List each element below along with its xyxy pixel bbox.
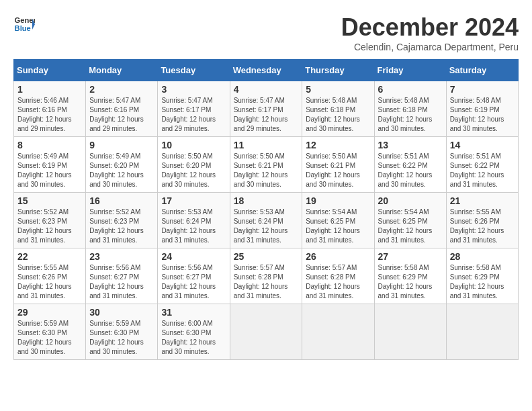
- calendar-week-3: 15Sunrise: 5:52 AM Sunset: 6:23 PM Dayli…: [14, 193, 519, 248]
- day-info: Sunrise: 5:49 AM Sunset: 6:20 PM Dayligh…: [89, 152, 154, 189]
- calendar-cell: 19Sunrise: 5:54 AM Sunset: 6:25 PM Dayli…: [302, 193, 374, 248]
- day-number: 15: [17, 195, 82, 206]
- logo-icon: General Blue: [13, 13, 35, 35]
- column-header-thursday: Thursday: [302, 60, 374, 81]
- calendar-cell: 11Sunrise: 5:50 AM Sunset: 6:21 PM Dayli…: [230, 137, 302, 193]
- day-info: Sunrise: 5:48 AM Sunset: 6:18 PM Dayligh…: [378, 96, 443, 134]
- day-info: Sunrise: 5:47 AM Sunset: 6:17 PM Dayligh…: [161, 96, 226, 134]
- day-info: Sunrise: 5:53 AM Sunset: 6:24 PM Dayligh…: [234, 208, 299, 245]
- column-header-wednesday: Wednesday: [230, 60, 302, 81]
- day-number: 5: [306, 84, 370, 95]
- day-info: Sunrise: 6:00 AM Sunset: 6:30 PM Dayligh…: [161, 319, 226, 357]
- day-info: Sunrise: 5:50 AM Sunset: 6:21 PM Dayligh…: [306, 152, 370, 189]
- day-info: Sunrise: 5:52 AM Sunset: 6:23 PM Dayligh…: [17, 208, 82, 245]
- calendar-cell: 10Sunrise: 5:50 AM Sunset: 6:20 PM Dayli…: [158, 137, 230, 193]
- day-number: 21: [450, 195, 515, 206]
- day-info: Sunrise: 5:48 AM Sunset: 6:19 PM Dayligh…: [450, 96, 515, 134]
- calendar-week-2: 8Sunrise: 5:49 AM Sunset: 6:19 PM Daylig…: [14, 137, 519, 193]
- day-info: Sunrise: 5:50 AM Sunset: 6:21 PM Dayligh…: [234, 152, 299, 189]
- day-number: 30: [89, 307, 154, 318]
- calendar-cell: 24Sunrise: 5:56 AM Sunset: 6:27 PM Dayli…: [158, 248, 230, 304]
- svg-text:General: General: [15, 16, 35, 24]
- day-info: Sunrise: 5:47 AM Sunset: 6:17 PM Dayligh…: [234, 96, 299, 134]
- day-number: 23: [89, 251, 154, 262]
- day-info: Sunrise: 5:54 AM Sunset: 6:25 PM Dayligh…: [306, 208, 370, 245]
- title-section: December 2024 Celendin, Cajamarca Depart…: [341, 13, 519, 52]
- day-number: 24: [161, 251, 226, 262]
- calendar-cell: 28Sunrise: 5:58 AM Sunset: 6:29 PM Dayli…: [446, 248, 518, 304]
- day-number: 3: [161, 84, 226, 95]
- column-header-saturday: Saturday: [446, 60, 518, 81]
- day-number: 13: [378, 140, 443, 150]
- calendar-cell: 26Sunrise: 5:57 AM Sunset: 6:28 PM Dayli…: [302, 248, 374, 304]
- day-number: 25: [234, 251, 299, 262]
- day-number: 12: [306, 140, 370, 150]
- day-info: Sunrise: 5:56 AM Sunset: 6:27 PM Dayligh…: [161, 263, 226, 301]
- calendar-cell: [302, 304, 374, 360]
- day-number: 9: [89, 140, 154, 150]
- calendar-table: SundayMondayTuesdayWednesdayThursdayFrid…: [13, 59, 519, 360]
- calendar-cell: [230, 304, 302, 360]
- calendar-week-5: 29Sunrise: 5:59 AM Sunset: 6:30 PM Dayli…: [14, 304, 519, 360]
- day-number: 27: [378, 251, 443, 262]
- day-number: 20: [378, 195, 443, 206]
- calendar-cell: 14Sunrise: 5:51 AM Sunset: 6:22 PM Dayli…: [446, 137, 518, 193]
- day-info: Sunrise: 5:48 AM Sunset: 6:18 PM Dayligh…: [306, 96, 370, 134]
- day-info: Sunrise: 5:58 AM Sunset: 6:29 PM Dayligh…: [450, 263, 515, 301]
- day-info: Sunrise: 5:55 AM Sunset: 6:26 PM Dayligh…: [17, 263, 82, 301]
- day-info: Sunrise: 5:59 AM Sunset: 6:30 PM Dayligh…: [89, 319, 154, 357]
- day-info: Sunrise: 5:57 AM Sunset: 6:28 PM Dayligh…: [234, 263, 299, 301]
- header: General Blue December 2024 Celendin, Caj…: [13, 13, 519, 52]
- calendar-cell: 23Sunrise: 5:56 AM Sunset: 6:27 PM Dayli…: [86, 248, 158, 304]
- location-subtitle: Celendin, Cajamarca Department, Peru: [341, 42, 519, 52]
- calendar-cell: 16Sunrise: 5:52 AM Sunset: 6:23 PM Dayli…: [86, 193, 158, 248]
- column-header-friday: Friday: [374, 60, 446, 81]
- day-number: 14: [450, 140, 515, 150]
- day-info: Sunrise: 5:58 AM Sunset: 6:29 PM Dayligh…: [378, 263, 443, 301]
- calendar-cell: 20Sunrise: 5:54 AM Sunset: 6:25 PM Dayli…: [374, 193, 446, 248]
- day-number: 4: [234, 84, 299, 95]
- calendar-week-4: 22Sunrise: 5:55 AM Sunset: 6:26 PM Dayli…: [14, 248, 519, 304]
- calendar-cell: 9Sunrise: 5:49 AM Sunset: 6:20 PM Daylig…: [86, 137, 158, 193]
- day-info: Sunrise: 5:47 AM Sunset: 6:16 PM Dayligh…: [89, 96, 154, 134]
- day-number: 22: [17, 251, 82, 262]
- calendar-cell: 8Sunrise: 5:49 AM Sunset: 6:19 PM Daylig…: [14, 137, 86, 193]
- calendar-week-1: 1Sunrise: 5:46 AM Sunset: 6:16 PM Daylig…: [14, 81, 519, 137]
- calendar-cell: 3Sunrise: 5:47 AM Sunset: 6:17 PM Daylig…: [158, 81, 230, 137]
- calendar-cell: 22Sunrise: 5:55 AM Sunset: 6:26 PM Dayli…: [14, 248, 86, 304]
- calendar-cell: 31Sunrise: 6:00 AM Sunset: 6:30 PM Dayli…: [158, 304, 230, 360]
- calendar-cell: 18Sunrise: 5:53 AM Sunset: 6:24 PM Dayli…: [230, 193, 302, 248]
- day-number: 19: [306, 195, 370, 206]
- day-info: Sunrise: 5:49 AM Sunset: 6:19 PM Dayligh…: [17, 152, 82, 189]
- day-info: Sunrise: 5:57 AM Sunset: 6:28 PM Dayligh…: [306, 263, 370, 301]
- calendar-cell: 30Sunrise: 5:59 AM Sunset: 6:30 PM Dayli…: [86, 304, 158, 360]
- day-info: Sunrise: 5:55 AM Sunset: 6:26 PM Dayligh…: [450, 208, 515, 245]
- day-info: Sunrise: 5:53 AM Sunset: 6:24 PM Dayligh…: [161, 208, 226, 245]
- day-number: 6: [378, 84, 443, 95]
- day-info: Sunrise: 5:46 AM Sunset: 6:16 PM Dayligh…: [17, 96, 82, 134]
- day-number: 26: [306, 251, 370, 262]
- logo: General Blue: [13, 13, 35, 35]
- day-info: Sunrise: 5:51 AM Sunset: 6:22 PM Dayligh…: [378, 152, 443, 189]
- column-header-sunday: Sunday: [14, 60, 86, 81]
- day-number: 2: [89, 84, 154, 95]
- calendar-cell: 13Sunrise: 5:51 AM Sunset: 6:22 PM Dayli…: [374, 137, 446, 193]
- day-number: 17: [161, 195, 226, 206]
- calendar-cell: [374, 304, 446, 360]
- calendar-cell: 5Sunrise: 5:48 AM Sunset: 6:18 PM Daylig…: [302, 81, 374, 137]
- calendar-cell: 7Sunrise: 5:48 AM Sunset: 6:19 PM Daylig…: [446, 81, 518, 137]
- calendar-cell: 21Sunrise: 5:55 AM Sunset: 6:26 PM Dayli…: [446, 193, 518, 248]
- day-number: 29: [17, 307, 82, 318]
- day-number: 31: [161, 307, 226, 318]
- day-info: Sunrise: 5:54 AM Sunset: 6:25 PM Dayligh…: [378, 208, 443, 245]
- day-number: 28: [450, 251, 515, 262]
- calendar-cell: 2Sunrise: 5:47 AM Sunset: 6:16 PM Daylig…: [86, 81, 158, 137]
- column-header-tuesday: Tuesday: [158, 60, 230, 81]
- day-number: 1: [17, 84, 82, 95]
- day-number: 16: [89, 195, 154, 206]
- day-info: Sunrise: 5:59 AM Sunset: 6:30 PM Dayligh…: [17, 319, 82, 357]
- calendar-cell: 29Sunrise: 5:59 AM Sunset: 6:30 PM Dayli…: [14, 304, 86, 360]
- day-number: 7: [450, 84, 515, 95]
- calendar-cell: 4Sunrise: 5:47 AM Sunset: 6:17 PM Daylig…: [230, 81, 302, 137]
- calendar-cell: [446, 304, 518, 360]
